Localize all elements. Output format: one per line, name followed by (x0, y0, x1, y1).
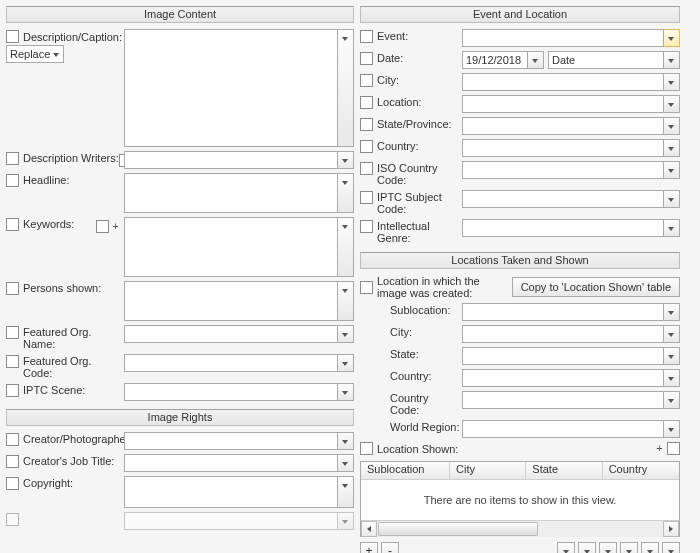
replace-mode-select[interactable]: Replace (6, 45, 64, 63)
checkbox-featured-org-code[interactable] (6, 355, 19, 368)
featured-org-code-dropdown[interactable] (338, 354, 354, 372)
creators-job-title-dropdown[interactable] (338, 454, 354, 472)
cutoff-dropdown[interactable] (338, 512, 354, 530)
country-input[interactable] (462, 139, 664, 157)
checkbox-description-caption[interactable] (6, 30, 19, 43)
checkbox-featured-org-name[interactable] (6, 326, 19, 339)
checkbox-date[interactable] (360, 52, 373, 65)
persons-shown-dropdown[interactable] (338, 281, 354, 321)
country-code-dropdown[interactable] (664, 391, 680, 409)
main-scroll-viewport[interactable]: Image Content Description/Caption: Repla… (0, 0, 700, 553)
copyright-textarea[interactable] (124, 476, 338, 508)
checkbox-creators-job-title[interactable] (6, 455, 19, 468)
date-picker[interactable]: 19/12/2018 (462, 51, 528, 69)
checkbox-location[interactable] (360, 96, 373, 109)
description-caption-textarea[interactable] (124, 29, 338, 147)
checkbox-creator-photographer[interactable] (6, 433, 19, 446)
city2-input[interactable] (462, 325, 664, 343)
headline-dropdown[interactable] (338, 173, 354, 213)
copyright-dropdown[interactable] (338, 476, 354, 508)
checkbox-country[interactable] (360, 140, 373, 153)
creator-photographer-input[interactable] (124, 432, 338, 450)
state-dropdown[interactable] (664, 347, 680, 365)
keywords-dropdown[interactable] (338, 217, 354, 277)
state-province-input[interactable] (462, 117, 664, 135)
iso-country-code-dropdown[interactable] (664, 161, 680, 179)
table-dd-4[interactable] (620, 542, 638, 553)
checkbox-keywords-multi[interactable] (96, 220, 109, 233)
checkbox-keywords[interactable] (6, 218, 19, 231)
description-writers-input[interactable] (124, 151, 338, 169)
headline-textarea[interactable] (124, 173, 338, 213)
checkbox-cutoff[interactable] (6, 513, 19, 526)
iptc-scene-input[interactable] (124, 383, 338, 401)
table-dd-6[interactable] (662, 542, 680, 553)
description-writers-dropdown[interactable] (338, 151, 354, 169)
checkbox-location-shown[interactable] (360, 442, 373, 455)
hscroll-thumb[interactable] (378, 522, 538, 536)
state-input[interactable] (462, 347, 664, 365)
featured-org-code-input[interactable] (124, 354, 338, 372)
state-province-dropdown[interactable] (664, 117, 680, 135)
table-dd-3[interactable] (599, 542, 617, 553)
sublocation-input[interactable] (462, 303, 664, 321)
city-input[interactable] (462, 73, 664, 91)
sublocation-dropdown[interactable] (664, 303, 680, 321)
iptc-subject-code-dropdown[interactable] (664, 190, 680, 208)
featured-org-name-dropdown[interactable] (338, 325, 354, 343)
city2-dropdown[interactable] (664, 325, 680, 343)
location-dropdown[interactable] (664, 95, 680, 113)
country2-dropdown[interactable] (664, 369, 680, 387)
checkbox-location-created[interactable] (360, 281, 373, 294)
date-picker-dropdown[interactable] (528, 51, 544, 69)
checkbox-description-writers[interactable] (6, 152, 19, 165)
table-dd-1[interactable] (557, 542, 575, 553)
description-caption-dropdown[interactable] (338, 29, 354, 147)
keywords-textarea[interactable] (124, 217, 338, 277)
intellectual-genre-input[interactable] (462, 219, 664, 237)
hscroll-track[interactable] (377, 521, 663, 537)
country-dropdown[interactable] (664, 139, 680, 157)
th-country[interactable]: Country (603, 462, 679, 479)
table-dd-5[interactable] (641, 542, 659, 553)
country2-input[interactable] (462, 369, 664, 387)
table-dd-2[interactable] (578, 542, 596, 553)
iptc-subject-code-input[interactable] (462, 190, 664, 208)
city-dropdown[interactable] (664, 73, 680, 91)
checkbox-copyright[interactable] (6, 477, 19, 490)
event-dropdown[interactable] (664, 29, 680, 47)
world-region-input[interactable] (462, 420, 664, 438)
hscroll-left-icon[interactable] (361, 521, 377, 537)
hscroll-right-icon[interactable] (663, 521, 679, 537)
creators-job-title-input[interactable] (124, 454, 338, 472)
checkbox-location-shown-multi[interactable] (667, 442, 680, 455)
cutoff-input[interactable] (124, 512, 338, 530)
copy-to-location-shown-button[interactable]: Copy to 'Location Shown' table (512, 277, 680, 297)
th-city[interactable]: City (450, 462, 526, 479)
checkbox-iptc-subject-code[interactable] (360, 191, 373, 204)
checkbox-iptc-scene[interactable] (6, 384, 19, 397)
remove-row-button[interactable]: - (381, 542, 399, 553)
featured-org-name-input[interactable] (124, 325, 338, 343)
checkbox-persons-shown[interactable] (6, 282, 19, 295)
table-hscrollbar[interactable] (361, 520, 679, 536)
th-sublocation[interactable]: Sublocation (361, 462, 450, 479)
persons-shown-textarea[interactable] (124, 281, 338, 321)
event-input[interactable] (462, 29, 664, 47)
checkbox-state-province[interactable] (360, 118, 373, 131)
checkbox-intellectual-genre[interactable] (360, 220, 373, 233)
world-region-dropdown[interactable] (664, 420, 680, 438)
checkbox-event[interactable] (360, 30, 373, 43)
intellectual-genre-dropdown[interactable] (664, 219, 680, 237)
checkbox-city[interactable] (360, 74, 373, 87)
location-input[interactable] (462, 95, 664, 113)
country-code-input[interactable] (462, 391, 664, 409)
date-mode-dropdown[interactable] (664, 51, 680, 69)
date-mode-select[interactable]: Date (548, 51, 664, 69)
creator-photographer-dropdown[interactable] (338, 432, 354, 450)
checkbox-iso-country-code[interactable] (360, 162, 373, 175)
checkbox-headline[interactable] (6, 174, 19, 187)
add-row-button[interactable]: + (360, 542, 378, 553)
iso-country-code-input[interactable] (462, 161, 664, 179)
iptc-scene-dropdown[interactable] (338, 383, 354, 401)
